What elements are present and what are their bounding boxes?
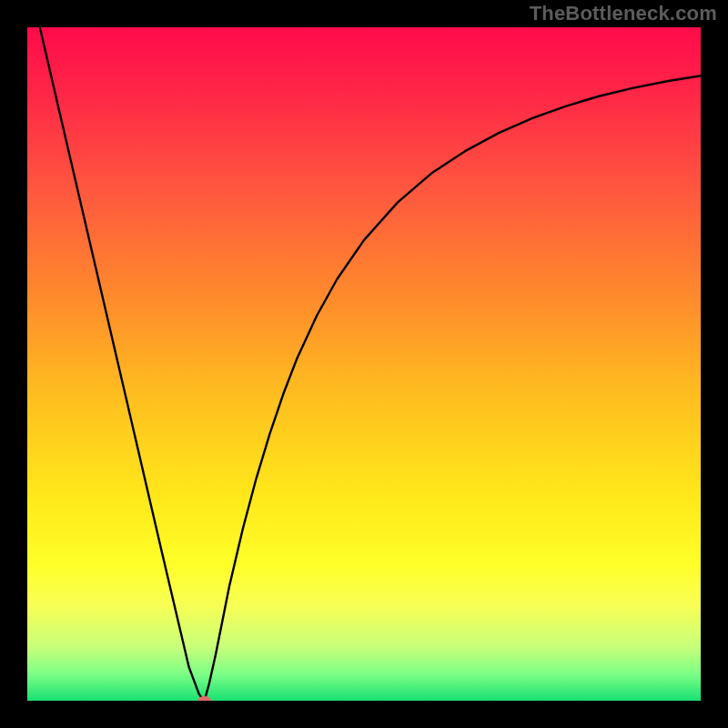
plot-area bbox=[27, 27, 701, 701]
gradient-background bbox=[27, 27, 701, 701]
chart-frame: TheBottleneck.com bbox=[0, 0, 728, 728]
plot-svg bbox=[27, 27, 701, 701]
watermark-text: TheBottleneck.com bbox=[530, 2, 717, 25]
